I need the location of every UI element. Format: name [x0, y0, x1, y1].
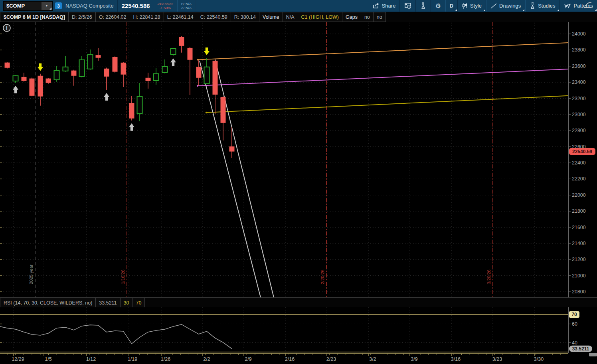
studies-button[interactable]: Studies: [526, 0, 559, 12]
candle-body: [171, 49, 176, 55]
status-cell[interactable]: C1 (HIGH, LOW): [298, 12, 342, 22]
event-line-label: 2/20/26: [320, 269, 325, 284]
status-cell[interactable]: Gaps: [342, 12, 361, 22]
channel-line[interactable]: [200, 61, 261, 297]
share-button[interactable]: Share: [369, 0, 400, 12]
studies-flask-icon: [530, 2, 536, 9]
candle-body: [88, 55, 93, 69]
candle-body: [162, 67, 168, 73]
buy-signal-arrow-icon: [129, 123, 134, 131]
last-price: 22540.586: [118, 0, 154, 12]
status-cell[interactable]: no: [361, 12, 374, 22]
date-axis-label: 3/2: [369, 356, 376, 362]
rsi-status-cell[interactable]: 33.5211: [96, 298, 120, 308]
candle-body: [221, 97, 226, 123]
candle-body: [38, 76, 43, 97]
status-cell[interactable]: Volume: [259, 12, 283, 22]
trendline-anchor: [206, 112, 207, 113]
status-cell[interactable]: no: [374, 12, 386, 22]
candle-body: [129, 103, 134, 119]
sell-signal-arrow-icon: [38, 63, 43, 71]
dropdown-caret-icon: [595, 9, 597, 11]
symbol-dropdown-button[interactable]: ▼: [42, 2, 52, 10]
status-cell[interactable]: D: 2/5/26: [69, 12, 96, 22]
status-cell[interactable]: O: 22604.02: [96, 12, 130, 22]
date-axis-label: 3/16: [451, 356, 461, 362]
rsi-status-cell[interactable]: RSI (14, 70, 30, CLOSE, WILDERS, no): [0, 298, 96, 308]
scrollbar-corner[interactable]: [589, 353, 597, 356]
candle-body: [104, 69, 109, 77]
trendline[interactable]: [206, 96, 568, 113]
status-cell[interactable]: H: 22841.28: [130, 12, 164, 22]
date-axis-label: 2/9: [245, 356, 251, 362]
date-axis-label: 2/2: [203, 356, 210, 362]
change-value: -363.9932: [157, 2, 174, 6]
date-axis-label: 12/29: [12, 356, 24, 362]
price-axis-label: 22000: [572, 192, 586, 198]
pattern-w-icon: [564, 3, 571, 9]
channel-line[interactable]: [215, 59, 274, 297]
status-cell[interactable]: L: 22461.14: [164, 12, 197, 22]
chart-status-bar: $COMP 6 M 1D [NASDAQ]D: 2/5/26O: 22604.0…: [0, 12, 597, 22]
candle-body: [213, 61, 218, 95]
rsi-panel[interactable]: 60407033.5211: [0, 307, 597, 353]
studies-label: Studies: [538, 3, 555, 9]
status-cell[interactable]: R: 380.14: [231, 12, 259, 22]
candle-body: [30, 79, 35, 96]
gear-icon: ⚙: [435, 3, 441, 9]
candle-body: [229, 146, 235, 152]
settings-button[interactable]: ⚙: [431, 0, 445, 12]
candle-body: [146, 78, 151, 81]
main-price-chart[interactable]: 2025 year1/16/262/20/263/20/26!240002380…: [0, 22, 597, 297]
timeframe-button[interactable]: D: [446, 0, 457, 12]
candle-body: [79, 60, 85, 77]
trendline[interactable]: [198, 69, 568, 86]
trading-app-window: $COMP ▼ 3 NASDAQ Composite 22540.586 -36…: [0, 0, 597, 364]
price-axis-label: 24000: [572, 31, 586, 37]
status-cell[interactable]: C: 22540.59: [197, 12, 231, 22]
share-icon: [373, 3, 380, 9]
style-label: Style: [470, 3, 482, 9]
candle-body: [13, 76, 18, 81]
share-label: Share: [382, 3, 396, 9]
rsi-status-cell[interactable]: 30: [121, 298, 133, 308]
trendline-anchor: [197, 85, 198, 87]
date-axis-label: 3/30: [534, 356, 544, 362]
candle-body: [154, 74, 159, 81]
instrument-name: NASDAQ Composite: [62, 0, 117, 12]
drawings-button[interactable]: Drawings: [486, 0, 525, 12]
bid-value: B: N/A: [181, 2, 192, 6]
status-cell[interactable]: $COMP 6 M 1D [NASDAQ]: [0, 12, 69, 22]
date-axis-label: 3/23: [492, 356, 502, 362]
symbol-input[interactable]: $COMP ▼: [3, 1, 53, 11]
buy-signal-arrow-icon: [104, 93, 109, 101]
scale-mode-button[interactable]: [582, 1, 594, 9]
event-line-label: 3/20/26: [486, 269, 491, 284]
candle-body: [54, 71, 59, 80]
price-axis-label: 23200: [572, 96, 586, 101]
rsi-status-cell[interactable]: 70: [132, 298, 145, 308]
buy-signal-arrow-icon: [170, 58, 176, 66]
dropdown-caret-icon: [483, 9, 485, 11]
candle-body: [121, 63, 126, 75]
candle-body: [22, 77, 27, 81]
link-channel-badge[interactable]: 3: [55, 2, 62, 9]
candle-body: [196, 67, 202, 78]
analyze-button[interactable]: [416, 0, 430, 12]
rsi-line: [0, 324, 232, 349]
style-button[interactable]: Style: [458, 0, 486, 12]
rsi-axis-label: 60: [572, 321, 577, 327]
alerts-button[interactable]: [400, 0, 415, 12]
date-axis-label: 3/9: [411, 356, 417, 362]
status-cell[interactable]: N/A: [283, 12, 298, 22]
date-axis[interactable]: 12/291/51/121/191/262/22/92/162/233/23/9…: [0, 353, 597, 364]
dropdown-caret-icon: [522, 9, 524, 11]
price-axis-label: 23000: [572, 112, 586, 117]
price-axis-label: 20800: [572, 289, 586, 295]
price-axis-label: 23800: [572, 47, 586, 53]
trendline[interactable]: [198, 43, 568, 60]
sell-signal-arrow-icon: [204, 47, 210, 55]
alert-clock-icon: [404, 3, 411, 9]
date-axis-label: 2/16: [285, 356, 295, 362]
date-axis-label: 1/5: [45, 356, 51, 362]
